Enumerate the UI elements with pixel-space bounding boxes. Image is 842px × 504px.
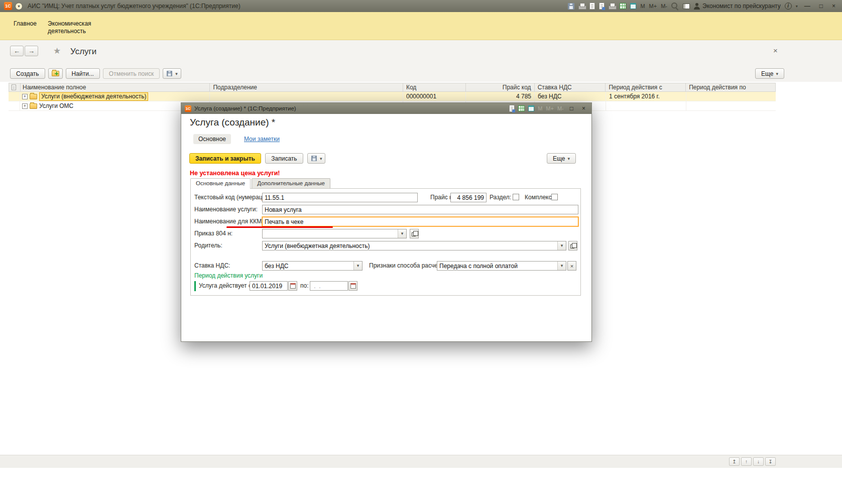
zoom-in-button[interactable]: M+ [546,105,554,111]
tab-main-data[interactable]: Основные данные [190,178,251,189]
column-header-period-to[interactable]: Период действия по [686,83,775,91]
active-to-calendar-button[interactable] [348,281,357,291]
zoom-in-button[interactable]: M+ [649,3,657,9]
row-name-selected: Услуги (внебюджетная деятельность) [39,92,148,101]
kkm-name-label: Наименование для ККМ: [194,217,264,226]
column-header-vat[interactable]: Ставка НДС [535,83,606,91]
service-create-dialog: 1С Услуга (создание) * (1С:Предприятие) … [181,102,592,342]
send-icon[interactable] [599,3,605,10]
save-button[interactable]: Записать [265,153,303,164]
list-settings-button[interactable]: ▾ [163,68,181,79]
magnifier-icon[interactable] [671,3,679,10]
active-from-calendar-button[interactable] [288,281,297,291]
kkm-name-field[interactable] [262,217,578,226]
row-period-to-cell [686,92,776,101]
preview-icon[interactable] [589,3,595,10]
parent-field[interactable] [263,241,557,250]
parent-combo: ▾ [262,241,566,250]
vat-rate-field[interactable] [263,262,353,270]
save-and-close-button[interactable]: Записать и закрыть [189,153,261,164]
order-804-label: Приказ 804 н: [194,229,232,238]
close-page-icon[interactable]: × [773,46,778,55]
order-804-open-button[interactable] [410,229,419,238]
close-window-button[interactable]: × [829,3,838,10]
save-options-button[interactable]: ▾ [307,153,326,164]
create-group-button[interactable] [48,68,63,79]
column-header-code[interactable]: Код [403,83,466,91]
info-icon[interactable]: i [785,3,792,10]
create-button[interactable]: Создать [10,68,45,79]
info-dropdown-icon[interactable]: ▾ [796,4,798,9]
open-icon [570,244,574,248]
column-header-icon[interactable] [9,83,21,91]
favorites-star-icon[interactable]: ★ [53,46,61,56]
dropdown-arrow-icon[interactable]: ▾ [398,229,406,238]
row-price-code-cell: 4 785 [466,92,535,101]
dialog-heading: Услуга (создание) * [190,117,275,128]
parent-open-button[interactable] [568,241,577,250]
maximize-dialog-button[interactable]: □ [567,105,576,112]
column-header-division[interactable]: Подразделение [210,83,403,91]
scroll-top-button[interactable]: ↥ [729,457,740,466]
column-header-price-code[interactable]: Прайс код [466,83,535,91]
dropdown-arrow-icon[interactable]: ▾ [557,241,566,250]
zoom-normal-button[interactable]: M [640,3,645,9]
find-button[interactable]: Найти... [66,68,100,79]
active-from-field[interactable] [250,281,288,291]
calendar-icon[interactable] [630,3,636,9]
calendar-icon [290,283,296,289]
forward-button[interactable]: → [25,46,38,56]
chevron-down-icon: ▾ [567,156,570,161]
scroll-down-button[interactable]: ↓ [753,457,764,466]
text-code-field[interactable] [262,193,418,202]
scroll-up-button[interactable]: ↑ [741,457,752,466]
price-code-field[interactable] [450,193,487,202]
more-button[interactable]: Еще ▾ [755,68,784,79]
print-settings-icon[interactable] [609,3,616,10]
spreadsheet-icon[interactable] [620,3,626,9]
zoom-normal-button[interactable]: M [538,105,542,111]
zoom-out-button[interactable]: M- [557,105,564,111]
dropdown-arrow-icon[interactable]: ▾ [557,262,566,270]
close-dialog-button[interactable]: × [579,105,588,112]
dropdown-arrow-icon[interactable]: ▾ [353,262,362,270]
column-header-full-name[interactable]: Наименование полное [21,83,210,91]
restore-button[interactable]: □ [817,3,825,10]
print-icon[interactable] [578,3,585,10]
nav-tab-main[interactable]: Основное [193,134,231,144]
active-to-field[interactable] [310,281,348,291]
back-button[interactable]: ← [10,46,24,56]
minimize-button[interactable]: — [802,3,813,10]
scroll-bottom-button[interactable]: ↧ [765,457,776,466]
calc-method-clear-button[interactable]: × [567,261,576,271]
titlebar-actions: M M+ M- Экономист по прейскуранту i ▾ — … [568,3,838,10]
calendar-icon[interactable] [528,105,534,111]
menu-item-main[interactable]: Главное [14,20,37,27]
attach-icon[interactable] [509,105,515,112]
section-checkbox[interactable] [513,194,519,200]
annotation-underline [226,226,333,228]
panels-icon[interactable] [683,4,690,9]
dialog-more-button[interactable]: Еще ▾ [547,153,576,164]
expand-icon[interactable]: + [22,103,28,109]
service-name-field[interactable] [262,205,578,214]
calc-method-field[interactable] [437,262,557,270]
menu-item-economic-activity[interactable]: Экономическая деятельность [48,20,100,35]
save-icon[interactable] [568,3,574,10]
calc-method-combo: ▾ [437,261,566,271]
nav-link-notes[interactable]: Мои заметки [244,136,280,143]
table-row[interactable]: + Услуги (внебюджетная деятельность) 000… [9,92,776,101]
tab-extra-data[interactable]: Дополнительные данные [252,178,330,188]
open-icon [412,232,416,236]
column-header-period-from[interactable]: Период действия с [606,83,686,91]
1c-logo-icon: 1С [4,2,12,10]
order-804-field[interactable] [263,229,398,238]
main-menu-button[interactable]: ▾ [15,3,23,10]
expand-icon[interactable]: + [22,94,28,99]
current-user[interactable]: Экономист по прейскуранту [694,3,781,10]
spreadsheet-icon[interactable] [518,105,525,111]
complex-checkbox[interactable] [551,194,558,200]
dialog-titlebar: 1С Услуга (создание) * (1С:Предприятие) … [181,103,591,114]
zoom-out-button[interactable]: M- [661,3,667,9]
cancel-search-button[interactable]: Отменить поиск [103,68,160,79]
